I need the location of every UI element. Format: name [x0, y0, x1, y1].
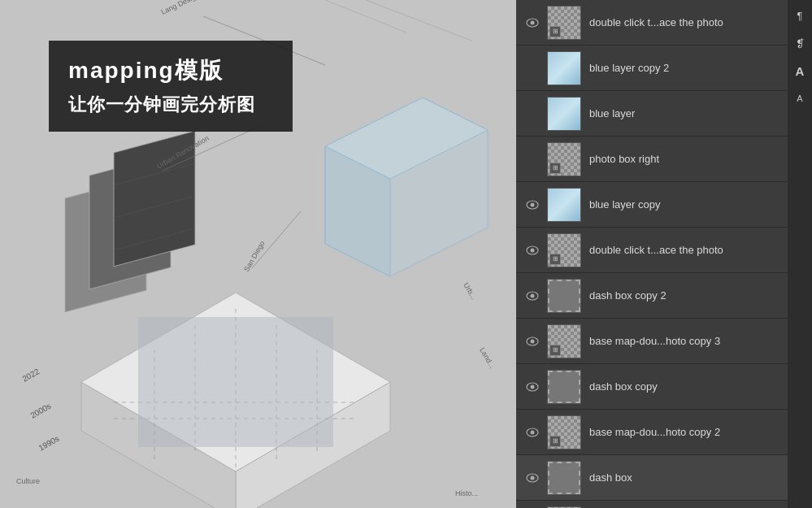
layer-name: dash box copy	[589, 380, 805, 393]
layer-item[interactable]: blue layer copy	[516, 182, 812, 228]
character-icon[interactable]: A	[791, 62, 809, 80]
layer-thumbnail	[547, 461, 581, 495]
svg-point-39	[531, 339, 535, 343]
canvas-area: mapping模版 让你一分钟画完分析图 20	[0, 0, 516, 508]
layer-thumbnail: ⊞	[547, 415, 581, 449]
layer-item[interactable]: ⊞double click t...ace the photo	[516, 228, 812, 273]
layer-item[interactable]: ⊞base map-dou... photo copy	[516, 501, 812, 508]
text-format-icon[interactable]: ❡	[791, 34, 809, 52]
layer-thumbnail	[547, 370, 581, 404]
layer-visibility-icon[interactable]	[523, 286, 542, 306]
layer-visibility-icon[interactable]	[523, 332, 542, 351]
layer-name: dash box	[589, 471, 794, 484]
title-main: mapping模版	[68, 55, 273, 86]
svg-point-45	[531, 475, 535, 480]
layer-item[interactable]: ⊞base map-dou...hoto copy 2	[516, 410, 812, 455]
layer-name: photo box right	[589, 153, 805, 165]
layer-item[interactable]: blue layer	[516, 91, 812, 137]
layer-visibility-icon[interactable]	[523, 195, 542, 215]
layer-thumbnail: ⊞	[547, 142, 581, 176]
right-toolbar: ¶ ❡ A A	[788, 0, 812, 508]
layer-name: blue layer copy 2	[589, 62, 805, 74]
layers-panel: ⊞double click t...ace the photoblue laye…	[516, 0, 812, 508]
layer-thumbnail	[547, 51, 581, 85]
layer-name: blue layer copy	[589, 198, 805, 211]
layer-item[interactable]: blue layer copy 2	[516, 46, 812, 91]
svg-point-33	[531, 202, 535, 206]
layer-item[interactable]: ⊞base map-dou...hoto copy 3	[516, 319, 812, 364]
paragraph-icon[interactable]: ¶	[791, 7, 809, 24]
layer-visibility-icon[interactable]	[523, 241, 542, 260]
layer-visibility-icon[interactable]	[523, 377, 542, 397]
title-overlay: mapping模版 让你一分钟画完分析图	[49, 41, 293, 132]
layer-item[interactable]: ⊞double click t...ace the photo	[516, 0, 812, 46]
layer-thumbnail: ⊞	[547, 233, 581, 267]
svg-rect-10	[138, 317, 333, 447]
layer-visibility-icon[interactable]	[523, 468, 542, 488]
svg-point-35	[531, 248, 535, 252]
title-sub: 让你一分钟画完分析图	[68, 93, 273, 117]
layer-thumbnail: ⊞	[547, 324, 581, 358]
layer-name: base map-dou...hoto copy 2	[589, 426, 805, 438]
layer-thumbnail	[547, 188, 581, 222]
layer-visibility-icon[interactable]	[523, 150, 542, 169]
character-small-icon[interactable]: A	[791, 89, 809, 107]
layer-item[interactable]: dash box copy	[516, 364, 812, 410]
layer-visibility-icon[interactable]	[523, 104, 542, 124]
svg-text:Culture: Culture	[16, 477, 40, 485]
svg-point-37	[531, 293, 535, 297]
layer-thumbnail: ⊞	[547, 6, 581, 40]
svg-point-41	[531, 384, 535, 389]
layer-thumbnail	[547, 279, 581, 313]
svg-point-43	[531, 430, 535, 434]
layer-name: dash box copy 2	[589, 289, 805, 302]
layer-name: blue layer	[589, 107, 805, 119]
layer-name: double click t...ace the photo	[589, 16, 805, 28]
layer-thumbnail	[547, 97, 581, 131]
svg-text:Histo...: Histo...	[455, 489, 478, 497]
layer-visibility-icon[interactable]	[523, 423, 542, 442]
layer-item[interactable]: ⊞photo box right	[516, 137, 812, 182]
layer-name: base map-dou...hoto copy 3	[589, 335, 805, 347]
svg-point-31	[531, 20, 535, 24]
layer-visibility-icon[interactable]	[523, 13, 542, 33]
layers-list: ⊞double click t...ace the photoblue laye…	[516, 0, 812, 508]
layer-item[interactable]: dash box copy 2	[516, 273, 812, 319]
layer-item[interactable]: dash box☞	[516, 455, 812, 501]
layer-name: double click t...ace the photo	[589, 244, 805, 256]
layer-visibility-icon[interactable]	[523, 59, 542, 78]
